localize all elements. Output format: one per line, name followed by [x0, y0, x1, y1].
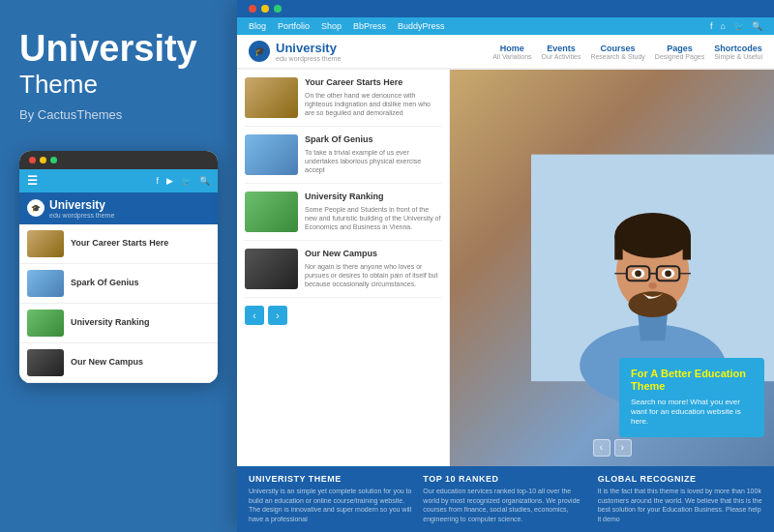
nav-courses-label: Courses [590, 44, 644, 53]
nav-pages-label: Pages [655, 44, 704, 53]
desktop-logo-text: University [276, 41, 341, 55]
desktop-dot-red [249, 5, 256, 13]
nav-shortcodes-sub: Simple & Useful [714, 53, 762, 60]
blog-excerpt-3: Some People and Students in front of the… [305, 205, 441, 231]
nav-home-sub: All Variations [492, 53, 531, 60]
blog-thumb-2 [245, 134, 298, 175]
mobile-topbar [19, 151, 218, 169]
hero-overlay-title: For A Better Education Theme [631, 368, 753, 393]
left-panel: University Theme By CactusThemes ☰ f ▶ 🐦… [0, 0, 237, 532]
theme-author: By CactusThemes [19, 107, 218, 122]
hamburger-icon[interactable]: ☰ [27, 174, 38, 188]
nav-link-events[interactable]: Events Our Activities [542, 44, 581, 60]
blog-item-4: Our New Campus Nor again is there anyone… [245, 249, 441, 298]
blog-text-2: Spark Of Genius To take a trivial exampl… [305, 134, 441, 175]
hero-prev-arrow[interactable]: ‹ [593, 439, 610, 457]
desktop-main-content: Your Career Starts Here On the other han… [237, 70, 774, 466]
facebook-icon[interactable]: f [156, 176, 159, 186]
nav-link-courses[interactable]: Courses Research & Study [590, 44, 644, 60]
desktop-hero: For A Better Education Theme Search no m… [450, 70, 774, 466]
info-heading-1: UNIVERISTY THEME [249, 474, 413, 484]
hero-next-arrow[interactable]: › [614, 439, 632, 457]
mobile-nav-icons: f ▶ 🐦 🔍 [156, 176, 210, 186]
desktop-nav-links: Home All Variations Events Our Activitie… [492, 44, 762, 60]
nav-link-home[interactable]: Home All Variations [492, 44, 531, 60]
desktop-dot-yellow [261, 5, 269, 13]
desktop-search-icon[interactable]: 🔍 [752, 21, 762, 31]
nav-link-pages[interactable]: Pages Designed Pages [655, 44, 704, 60]
nav-courses-sub: Research & Study [590, 53, 644, 60]
blog-thumb-3 [245, 192, 298, 232]
theme-title: University [19, 29, 218, 70]
nav-pages-sub: Designed Pages [655, 53, 704, 60]
info-heading-3: GLOBAL RECOGNIZE [598, 474, 762, 484]
desktop-logo-area: 🎓 University edu wordpress theme [249, 41, 341, 62]
desktop-blog-list: Your Career Starts Here On the other han… [237, 70, 450, 466]
mobile-logo-text: University [49, 198, 114, 212]
desktop-facebook-icon[interactable]: f [710, 21, 713, 31]
info-text-1: University is an simple yet complete sol… [249, 487, 413, 524]
menu-link-shop[interactable]: Shop [321, 21, 342, 31]
blog-title-1: Your Career Starts Here [305, 77, 441, 88]
blog-item-2: Spark Of Genius To take a trivial exampl… [245, 134, 441, 184]
blog-text-4: Our New Campus Nor again is there anyone… [305, 249, 441, 289]
mobile-item-1: Your Career Starts Here [19, 224, 218, 264]
mobile-item-title-3: University Ranking [71, 317, 150, 328]
info-text-3: It is the fact that this theme is loved … [598, 487, 762, 524]
desktop-home-icon[interactable]: ⌂ [721, 21, 726, 31]
menu-link-blog[interactable]: Blog [249, 21, 266, 31]
mobile-item-title-4: Our New Campus [71, 357, 143, 368]
hero-nav-arrows: ‹ › [593, 439, 632, 457]
desktop-logo-tagline: edu wordpress theme [276, 55, 341, 62]
svg-point-5 [614, 213, 691, 258]
mobile-mockup: ☰ f ▶ 🐦 🔍 🎓 University edu wordpress the… [19, 151, 218, 383]
mobile-item-4: Our New Campus [19, 343, 218, 383]
dot-green [50, 157, 57, 163]
svg-rect-7 [682, 235, 690, 259]
nav-home-label: Home [492, 44, 531, 53]
info-heading-2: TOP 10 RANKED [423, 474, 587, 484]
theme-subtitle: Theme [19, 70, 218, 100]
desktop-twitter-icon[interactable]: 🐦 [733, 21, 744, 31]
mobile-item-3: University Ranking [19, 304, 218, 343]
svg-point-17 [665, 270, 671, 277]
blog-prev-arrow[interactable]: ‹ [245, 306, 264, 325]
nav-shortcodes-label: Shortcodes [714, 44, 762, 53]
theme-title-block: University Theme By CactusThemes [19, 29, 218, 141]
mobile-thumb-4 [27, 349, 64, 376]
dot-yellow [40, 157, 46, 163]
mobile-thumb-2 [27, 270, 64, 297]
blog-text-1: Your Career Starts Here On the other han… [305, 77, 441, 118]
mobile-logo-tagline: edu wordpress theme [49, 212, 114, 219]
svg-point-18 [648, 282, 656, 289]
blog-excerpt-1: On the other hand we denounce with right… [305, 91, 441, 117]
twitter-icon[interactable]: 🐦 [181, 176, 192, 186]
search-icon[interactable]: 🔍 [199, 176, 210, 186]
desktop-menu-bar: Blog Portfolio Shop BbPress BuddyPress f… [237, 17, 774, 35]
blog-item-1: Your Career Starts Here On the other han… [245, 77, 441, 127]
svg-point-8 [628, 291, 676, 317]
hero-overlay-text: Search no more! What you ever want for a… [631, 398, 753, 428]
info-text-2: Our education services ranked top-10 all… [423, 487, 587, 524]
blog-next-arrow[interactable]: › [268, 306, 287, 325]
info-col-3: GLOBAL RECOGNIZE It is the fact that thi… [598, 474, 762, 524]
desktop-menu-icons: f ⌂ 🐦 🔍 [710, 21, 762, 31]
dot-red [29, 157, 36, 163]
blog-title-2: Spark Of Genius [305, 134, 441, 145]
menu-link-buddypress[interactable]: BuddyPress [398, 21, 445, 31]
nav-link-shortcodes[interactable]: Shortcodes Simple & Useful [714, 44, 762, 60]
desktop-menu-links: Blog Portfolio Shop BbPress BuddyPress [249, 21, 445, 31]
desktop-dot-green [274, 5, 282, 13]
mobile-item-title-1: Your Career Starts Here [71, 238, 168, 249]
menu-link-bbpress[interactable]: BbPress [353, 21, 386, 31]
blog-title-3: University Ranking [305, 192, 441, 202]
desktop-logo-shield: 🎓 [249, 41, 270, 62]
youtube-icon[interactable]: ▶ [166, 176, 173, 186]
nav-events-label: Events [542, 44, 581, 53]
mobile-item-2: Spark Of Genius [19, 264, 218, 304]
blog-excerpt-2: To take a trivial example of us ever und… [305, 148, 441, 174]
menu-link-portfolio[interactable]: Portfolio [278, 21, 310, 31]
svg-rect-6 [614, 235, 622, 259]
blog-item-3: University Ranking Some People and Stude… [245, 192, 441, 241]
hero-background: For A Better Education Theme Search no m… [450, 70, 774, 466]
